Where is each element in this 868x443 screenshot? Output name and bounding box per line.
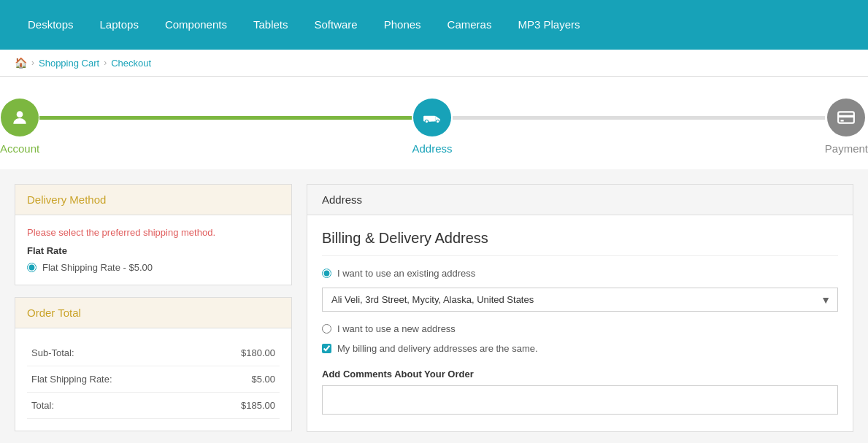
nav-laptops[interactable]: Laptops: [87, 0, 152, 50]
existing-address-radio[interactable]: [322, 269, 331, 278]
table-row: Sub-Total: $180.00: [27, 340, 280, 366]
new-address-option[interactable]: I want to use a new address: [322, 323, 838, 334]
breadcrumb-sep-2: ›: [104, 58, 107, 68]
comments-label: Add Comments About Your Order: [322, 369, 838, 380]
breadcrumb-shopping-cart[interactable]: Shopping Cart: [39, 58, 99, 69]
breadcrumb: 🏠 › Shopping Cart › Checkout: [0, 50, 868, 77]
step-payment-label: Payment: [825, 142, 868, 155]
shipping-label: Flat Shipping Rate:: [27, 366, 198, 393]
nav-tablets[interactable]: Tablets: [240, 0, 302, 50]
total-value: $185.00: [198, 393, 280, 419]
subtotal-value: $180.00: [198, 340, 280, 366]
address-select[interactable]: Ali Veli, 3rd Street, Mycity, Alaska, Un…: [322, 288, 838, 312]
same-address-label: My billing and delivery addresses are th…: [337, 343, 538, 354]
svg-point-0: [17, 111, 23, 118]
address-card: Address Billing & Delivery Address I wan…: [307, 184, 853, 432]
billing-title: Billing & Delivery Address: [322, 230, 838, 256]
breadcrumb-checkout: Checkout: [111, 58, 151, 69]
main-nav: Desktops Laptops Components Tablets Soft…: [0, 0, 868, 50]
address-card-header: Address: [307, 185, 853, 215]
shipping-value: $5.00: [198, 366, 280, 393]
step-connector-2: [453, 116, 825, 120]
comments-textarea[interactable]: [322, 385, 838, 415]
shipping-warning: Please select the preferred shipping met…: [27, 227, 280, 238]
shipping-radio[interactable]: [27, 263, 37, 272]
address-card-body: Billing & Delivery Address I want to use…: [307, 215, 853, 431]
step-account: Account: [0, 99, 39, 155]
breadcrumb-sep-1: ›: [31, 58, 34, 68]
existing-address-option[interactable]: I want to use an existing address: [322, 268, 838, 279]
svg-rect-8: [841, 120, 844, 121]
new-address-radio[interactable]: [322, 324, 331, 334]
delivery-method-header: Delivery Method: [15, 185, 291, 215]
order-total-card: Order Total Sub-Total: $180.00 Flat Ship…: [15, 297, 292, 431]
left-panel: Delivery Method Please select the prefer…: [15, 184, 292, 432]
nav-cameras[interactable]: Cameras: [434, 0, 505, 50]
address-select-wrapper: Ali Veli, 3rd Street, Mycity, Alaska, Un…: [322, 288, 838, 312]
same-address-option[interactable]: My billing and delivery addresses are th…: [322, 343, 838, 354]
step-account-label: Account: [0, 142, 39, 155]
nav-desktops[interactable]: Desktops: [15, 0, 87, 50]
step-payment-circle: [827, 99, 865, 136]
step-address-circle: [413, 99, 451, 136]
order-total-body: Sub-Total: $180.00 Flat Shipping Rate: $…: [15, 328, 291, 431]
table-row: Total: $185.00: [27, 393, 280, 419]
right-panel: Address Billing & Delivery Address I wan…: [307, 184, 853, 432]
step-address: Address: [412, 99, 452, 155]
step-account-circle: [1, 99, 39, 136]
home-icon[interactable]: 🏠: [15, 57, 27, 69]
nav-components[interactable]: Components: [152, 0, 240, 50]
nav-phones[interactable]: Phones: [371, 0, 434, 50]
main-content: Delivery Method Please select the prefer…: [0, 169, 868, 443]
order-total-header: Order Total: [15, 298, 291, 328]
subtotal-label: Sub-Total:: [27, 340, 198, 366]
same-address-checkbox[interactable]: [322, 344, 331, 353]
step-payment: Payment: [825, 99, 868, 155]
total-label: Total:: [27, 393, 198, 419]
delivery-method-body: Please select the preferred shipping met…: [15, 215, 291, 285]
step-address-label: Address: [412, 142, 452, 155]
existing-address-label: I want to use an existing address: [337, 268, 475, 279]
step-connector-1: [39, 116, 412, 120]
nav-mp3players[interactable]: MP3 Players: [504, 0, 593, 50]
table-row: Flat Shipping Rate: $5.00: [27, 366, 280, 393]
checkout-stepper: Account Address Payment: [0, 77, 868, 169]
svg-point-5: [436, 120, 439, 123]
svg-point-4: [425, 120, 428, 123]
shipping-option[interactable]: Flat Shipping Rate - $5.00: [27, 262, 280, 273]
new-address-label: I want to use a new address: [337, 323, 456, 334]
delivery-method-card: Delivery Method Please select the prefer…: [15, 184, 292, 285]
shipping-name: Flat Rate: [27, 245, 280, 256]
order-total-table: Sub-Total: $180.00 Flat Shipping Rate: $…: [27, 340, 280, 419]
shipping-option-label: Flat Shipping Rate - $5.00: [42, 262, 153, 273]
svg-rect-7: [839, 115, 855, 118]
nav-software[interactable]: Software: [302, 0, 371, 50]
